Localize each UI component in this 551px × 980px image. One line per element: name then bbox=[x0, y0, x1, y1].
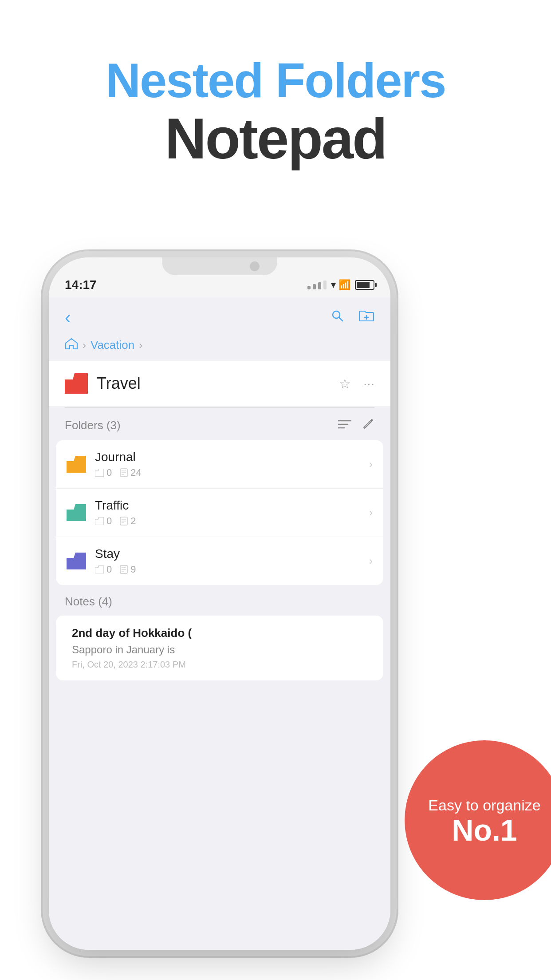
folders-section-title: Folders (3) bbox=[65, 419, 121, 432]
folder-item-name-journal: Journal bbox=[95, 450, 369, 464]
home-icon[interactable] bbox=[65, 337, 78, 353]
traffic-note-count: 2 bbox=[120, 515, 136, 527]
notch-camera bbox=[250, 261, 260, 271]
breadcrumb-vacation[interactable]: Vacation bbox=[91, 338, 134, 352]
notes-section-header: Notes (4) bbox=[49, 585, 390, 616]
folder-item-traffic[interactable]: Traffic 0 2 › bbox=[56, 489, 383, 537]
badge-line2: No.1 bbox=[452, 815, 517, 845]
folder-header-right: ☆ ··· bbox=[339, 376, 374, 391]
signal-dots bbox=[307, 281, 327, 289]
folder-item-info-journal: Journal 0 24 bbox=[95, 450, 369, 478]
breadcrumb-separator-1: › bbox=[83, 339, 86, 352]
more-options-icon[interactable]: ··· bbox=[363, 376, 374, 391]
folder-item-meta-traffic: 0 2 bbox=[95, 515, 369, 527]
hero-section: Nested Folders Notepad bbox=[0, 53, 551, 170]
signal-dot-1 bbox=[307, 286, 311, 289]
nav-left: ‹ bbox=[65, 308, 71, 328]
edit-icon[interactable] bbox=[362, 418, 374, 433]
folder-item-meta-journal: 0 24 bbox=[95, 467, 369, 478]
status-time: 14:17 bbox=[65, 278, 97, 292]
journal-folder-icon bbox=[67, 456, 86, 473]
badge-circle: Easy to organize No.1 bbox=[405, 740, 551, 900]
traffic-folder-count: 0 bbox=[95, 515, 112, 527]
notes-section-title: Notes (4) bbox=[65, 595, 112, 608]
favorite-star-icon[interactable]: ☆ bbox=[339, 376, 351, 391]
hero-line1: Nested Folders bbox=[0, 53, 551, 107]
status-bar: 14:17 ▾ 📶 bbox=[65, 276, 374, 294]
folder-name: Travel bbox=[97, 374, 141, 393]
battery-fill bbox=[357, 282, 370, 288]
folder-item-chevron-stay: › bbox=[369, 555, 373, 567]
breadcrumb: › Vacation › bbox=[49, 337, 390, 361]
note-title-hokkaido: 2nd day of Hokkaido ( bbox=[72, 626, 367, 640]
sort-icon[interactable] bbox=[338, 419, 351, 433]
phone-shell: 14:17 ▾ 📶 ‹ bbox=[49, 257, 390, 950]
stay-folder-count: 0 bbox=[95, 564, 112, 575]
journal-note-count: 24 bbox=[120, 467, 141, 478]
travel-folder-icon bbox=[65, 373, 88, 394]
wifi-icon: ▾ 📶 bbox=[331, 279, 350, 291]
folder-item-info-traffic: Traffic 0 2 bbox=[95, 498, 369, 527]
status-icons: ▾ 📶 bbox=[307, 279, 374, 291]
section-actions bbox=[338, 418, 374, 433]
signal-dot-2 bbox=[313, 284, 316, 289]
folder-item-chevron-journal: › bbox=[369, 458, 373, 470]
folder-item-info-stay: Stay 0 9 bbox=[95, 547, 369, 575]
nav-right bbox=[330, 308, 374, 326]
app-content: ‹ bbox=[49, 297, 390, 950]
folder-item-journal[interactable]: Journal 0 24 › bbox=[56, 440, 383, 489]
folder-item-name-traffic: Traffic bbox=[95, 498, 369, 513]
breadcrumb-separator-2: › bbox=[139, 339, 142, 352]
add-folder-icon[interactable] bbox=[358, 308, 374, 326]
folder-header-row: Travel ☆ ··· bbox=[49, 361, 390, 406]
folder-item-chevron-traffic: › bbox=[369, 506, 373, 519]
search-icon[interactable] bbox=[330, 308, 344, 326]
svg-line-1 bbox=[339, 317, 342, 321]
stay-note-count: 9 bbox=[120, 564, 136, 575]
folder-item-meta-stay: 0 9 bbox=[95, 564, 369, 575]
stay-folder-icon bbox=[67, 553, 86, 569]
folder-list: Journal 0 24 › bbox=[56, 440, 383, 585]
folder-item-stay[interactable]: Stay 0 9 › bbox=[56, 537, 383, 585]
note-date-hokkaido: Fri, Oct 20, 2023 2:17:03 PM bbox=[72, 660, 367, 670]
badge-line1: Easy to organize bbox=[428, 795, 540, 815]
note-preview-hokkaido: Sapporo in January is bbox=[72, 644, 367, 656]
traffic-folder-icon bbox=[67, 504, 86, 521]
journal-folder-count: 0 bbox=[95, 467, 112, 478]
folder-item-name-stay: Stay bbox=[95, 547, 369, 561]
notch bbox=[162, 257, 277, 275]
phone-mockup: 14:17 ▾ 📶 ‹ bbox=[49, 257, 390, 950]
nav-bar: ‹ bbox=[49, 297, 390, 337]
signal-dot-4 bbox=[323, 281, 327, 289]
folders-section-header: Folders (3) bbox=[49, 408, 390, 440]
signal-dot-3 bbox=[318, 282, 321, 289]
folder-header-left: Travel bbox=[65, 373, 141, 394]
hero-line2: Notepad bbox=[0, 107, 551, 170]
back-button[interactable]: ‹ bbox=[65, 308, 71, 328]
note-item-hokkaido[interactable]: 2nd day of Hokkaido ( Sapporo in January… bbox=[56, 616, 383, 680]
battery-icon bbox=[355, 280, 374, 290]
